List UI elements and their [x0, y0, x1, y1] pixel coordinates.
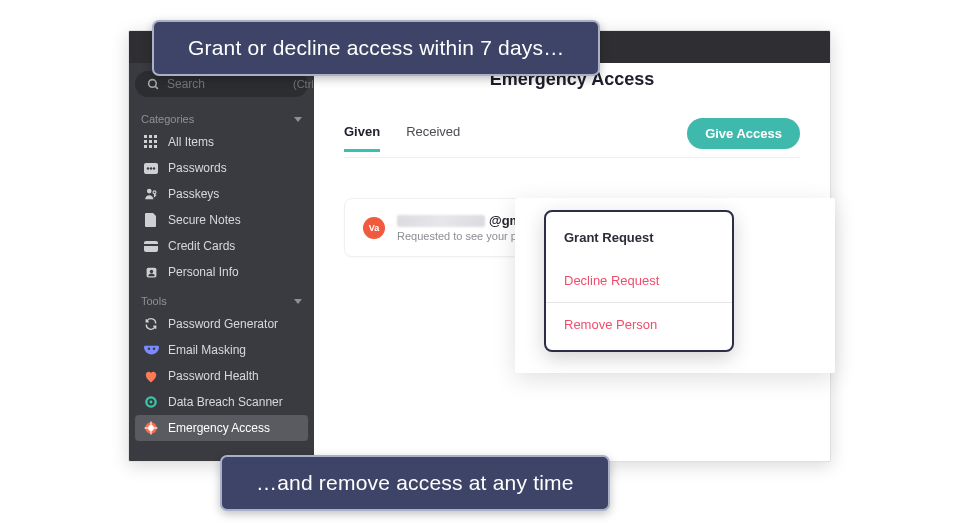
sidebar-item-passwords[interactable]: Passwords	[135, 155, 308, 181]
sidebar-item-label: Secure Notes	[168, 211, 241, 229]
tabbar: Given Received Give Access	[344, 118, 800, 158]
sidebar-item-secure-notes[interactable]: Secure Notes	[135, 207, 308, 233]
chevron-down-icon	[294, 299, 302, 304]
svg-point-15	[147, 189, 152, 194]
svg-point-21	[147, 348, 150, 351]
menu-remove-person[interactable]: Remove Person	[546, 303, 732, 346]
sidebar-tool-emergency-access[interactable]: Emergency Access	[135, 415, 308, 441]
refresh-icon	[143, 316, 159, 332]
categories-label: Categories	[141, 113, 194, 125]
sidebar-item-passkeys[interactable]: Passkeys	[135, 181, 308, 207]
lifebuoy-icon	[143, 420, 159, 436]
tools-header[interactable]: Tools	[135, 291, 308, 311]
passkey-icon	[143, 186, 159, 202]
sidebar-item-personal-info[interactable]: Personal Info	[135, 259, 308, 285]
svg-rect-4	[154, 135, 157, 138]
sidebar-item-label: Emergency Access	[168, 419, 270, 437]
tab-given[interactable]: Given	[344, 124, 380, 152]
svg-rect-5	[144, 140, 147, 143]
search-icon	[145, 76, 161, 92]
sidebar-item-all-items[interactable]: All Items	[135, 129, 308, 155]
svg-rect-17	[144, 241, 158, 252]
svg-rect-10	[154, 145, 157, 148]
sidebar-item-label: Passwords	[168, 159, 227, 177]
radar-icon	[143, 394, 159, 410]
svg-rect-3	[149, 135, 152, 138]
svg-rect-9	[149, 145, 152, 148]
svg-rect-8	[144, 145, 147, 148]
categories-header[interactable]: Categories	[135, 109, 308, 129]
chevron-down-icon	[294, 117, 302, 122]
avatar: Va	[363, 217, 385, 239]
password-icon	[143, 160, 159, 176]
sidebar-tool-email-masking[interactable]: Email Masking	[135, 337, 308, 363]
note-icon	[143, 212, 159, 228]
sidebar-item-label: Data Breach Scanner	[168, 393, 283, 411]
sidebar-tool-data-breach-scanner[interactable]: Data Breach Scanner	[135, 389, 308, 415]
svg-point-22	[152, 348, 155, 351]
svg-rect-29	[150, 431, 151, 435]
svg-rect-6	[149, 140, 152, 143]
sidebar-tool-password-health[interactable]: Password Health	[135, 363, 308, 389]
sidebar-item-label: Password Health	[168, 367, 259, 385]
svg-point-20	[149, 269, 152, 272]
svg-point-13	[150, 167, 152, 169]
annotation-bottom: …and remove access at any time	[220, 455, 610, 511]
sidebar-item-label: Password Generator	[168, 315, 278, 333]
svg-point-14	[153, 167, 155, 169]
sidebar-item-label: Passkeys	[168, 185, 219, 203]
heart-icon	[143, 368, 159, 384]
sidebar-item-label: All Items	[168, 133, 214, 151]
search-input[interactable]	[167, 77, 287, 91]
menu-decline-request[interactable]: Decline Request	[546, 259, 732, 302]
mask-icon	[143, 342, 159, 358]
svg-rect-7	[154, 140, 157, 143]
redacted-email-local	[397, 215, 485, 227]
person-icon	[143, 264, 159, 280]
svg-point-0	[148, 79, 156, 87]
stage: Grant or decline access within 7 days… (…	[0, 0, 957, 528]
tools-label: Tools	[141, 295, 167, 307]
menu-grant-request[interactable]: Grant Request	[546, 216, 732, 259]
svg-rect-30	[145, 427, 149, 428]
annotation-top: Grant or decline access within 7 days…	[152, 20, 600, 76]
sidebar-tool-password-generator[interactable]: Password Generator	[135, 311, 308, 337]
svg-line-1	[155, 86, 158, 89]
svg-rect-28	[150, 422, 151, 426]
sidebar-item-label: Credit Cards	[168, 237, 235, 255]
svg-point-16	[153, 191, 156, 194]
svg-rect-2	[144, 135, 147, 138]
svg-point-27	[148, 425, 154, 431]
sidebar-item-label: Email Masking	[168, 341, 246, 359]
svg-point-25	[150, 401, 153, 404]
tab-received[interactable]: Received	[406, 124, 460, 151]
svg-rect-18	[144, 244, 158, 246]
sidebar: (Ctrl+F) Categories All Items Pas	[129, 63, 314, 461]
card-icon	[143, 238, 159, 254]
sidebar-item-credit-cards[interactable]: Credit Cards	[135, 233, 308, 259]
grid-icon	[143, 134, 159, 150]
svg-point-12	[147, 167, 149, 169]
svg-rect-31	[154, 427, 158, 428]
context-menu: Grant Request Decline Request Remove Per…	[544, 210, 734, 352]
sidebar-item-label: Personal Info	[168, 263, 239, 281]
give-access-button[interactable]: Give Access	[687, 118, 800, 149]
